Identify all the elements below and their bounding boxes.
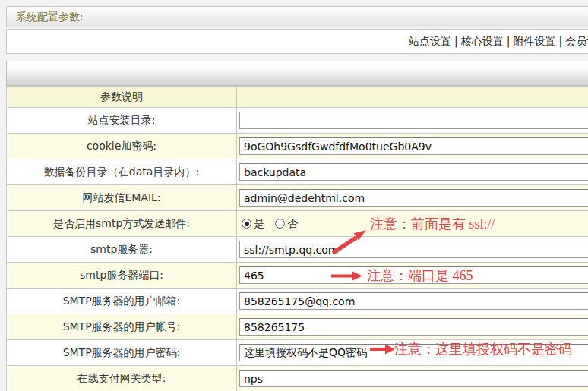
red-arrow-up-right-icon bbox=[330, 229, 368, 254]
param-value-header bbox=[237, 87, 588, 108]
param-value-cell-smtp-user-account bbox=[237, 314, 588, 340]
config-row-smtp-port: smtp服务器端口: bbox=[7, 263, 588, 289]
annotation-authcode-note: 注意：这里填授权码不是密码 bbox=[394, 340, 572, 358]
radio-selected-icon[interactable] bbox=[242, 219, 251, 229]
config-row-cookie-secret: cookie加密码: bbox=[7, 134, 588, 159]
param-label-pay-gateway-type: 在线支付网关类型: bbox=[7, 366, 237, 391]
smtp-user-email-input[interactable] bbox=[239, 292, 588, 310]
red-arrow-right-icon bbox=[370, 344, 396, 355]
radio-label: 是 bbox=[254, 217, 264, 231]
config-row-smtp-host: smtp服务器: bbox=[7, 237, 588, 263]
site-install-dir-input[interactable] bbox=[239, 112, 588, 129]
param-value-cell-smtp-user-email bbox=[237, 289, 588, 314]
smtp-user-account-input[interactable] bbox=[239, 318, 588, 336]
smtp-enable-radio-option-1[interactable]: 否 bbox=[275, 217, 298, 231]
param-label-backup-dir: 数据备份目录（在data目录内）: bbox=[7, 159, 237, 185]
page-title-bar: 系统配置参数: bbox=[6, 6, 588, 27]
nav-separator: | bbox=[558, 35, 562, 47]
param-value-cell-pay-gateway-type bbox=[237, 366, 588, 391]
backup-dir-input[interactable] bbox=[239, 163, 588, 181]
param-label-smtp-host: smtp服务器: bbox=[7, 237, 237, 263]
settings-nav: 站点设置|核心设置|附件设置|会员设置 bbox=[409, 30, 588, 53]
param-value-cell-cookie-secret bbox=[237, 134, 588, 159]
page-title: 系统配置参数: bbox=[16, 11, 84, 23]
param-value-cell-site-install-dir bbox=[237, 108, 588, 134]
config-row-smtp-user-account: SMTP服务器的用户帐号: bbox=[7, 314, 588, 340]
param-label-cookie-secret: cookie加密码: bbox=[7, 134, 237, 159]
radio-unselected-icon[interactable] bbox=[275, 219, 285, 229]
param-label-smtp-user-email: SMTP服务器的用户邮箱: bbox=[7, 289, 237, 314]
settings-nav-bar: 站点设置|核心设置|附件设置|会员设置 bbox=[6, 29, 588, 54]
nav-link-core-settings[interactable]: 核心设置 bbox=[461, 35, 504, 47]
param-label-smtp-user-account: SMTP服务器的用户帐号: bbox=[7, 314, 237, 340]
nav-separator: | bbox=[507, 35, 511, 47]
nav-link-member-settings[interactable]: 会员设置 bbox=[565, 35, 588, 47]
config-row-backup-dir: 数据备份目录（在data目录内）: bbox=[7, 159, 588, 185]
site-email-input[interactable] bbox=[239, 189, 588, 207]
config-row-pay-gateway-type: 在线支付网关类型: bbox=[7, 366, 588, 391]
param-label-smtp-enable: 是否启用smtp方式发送邮件: bbox=[7, 211, 237, 237]
red-arrow-right-icon bbox=[331, 270, 363, 282]
nav-link-site-settings[interactable]: 站点设置 bbox=[409, 35, 451, 47]
param-label-smtp-port: smtp服务器端口: bbox=[7, 263, 237, 289]
smtp-host-input[interactable] bbox=[239, 241, 588, 258]
config-row-site-install-dir: 站点安装目录: bbox=[7, 108, 588, 134]
config-row-site-email: 网站发信EMAIL: bbox=[7, 185, 588, 211]
table-header-row: 参数说明 bbox=[7, 87, 588, 108]
param-value-cell-backup-dir bbox=[237, 159, 588, 185]
param-description-header: 参数说明 bbox=[7, 87, 237, 108]
param-value-cell-smtp-host bbox=[237, 237, 588, 263]
config-row-smtp-user-email: SMTP服务器的用户邮箱: bbox=[7, 289, 588, 314]
radio-label: 否 bbox=[287, 217, 298, 231]
param-label-site-email: 网站发信EMAIL: bbox=[7, 185, 237, 211]
smtp-enable-radio-option-0[interactable]: 是 bbox=[242, 217, 264, 231]
annotation-ssl-note: 注意：前面是有 ssl:// bbox=[370, 215, 495, 233]
param-label-smtp-user-password: SMTP服务器的用户密码: bbox=[7, 340, 237, 366]
annotation-port-note: 注意：端口是 465 bbox=[367, 266, 473, 285]
pay-gateway-type-input[interactable] bbox=[239, 370, 588, 387]
panel-header-band bbox=[6, 61, 588, 86]
nav-link-attachment-settings[interactable]: 附件设置 bbox=[513, 35, 555, 47]
nav-separator: | bbox=[454, 35, 458, 47]
cookie-secret-input[interactable] bbox=[239, 137, 588, 155]
param-label-site-install-dir: 站点安装目录: bbox=[7, 108, 237, 134]
config-row-smtp-enable: 是否启用smtp方式发送邮件:是否 bbox=[7, 211, 588, 237]
param-value-cell-site-email bbox=[237, 185, 588, 211]
